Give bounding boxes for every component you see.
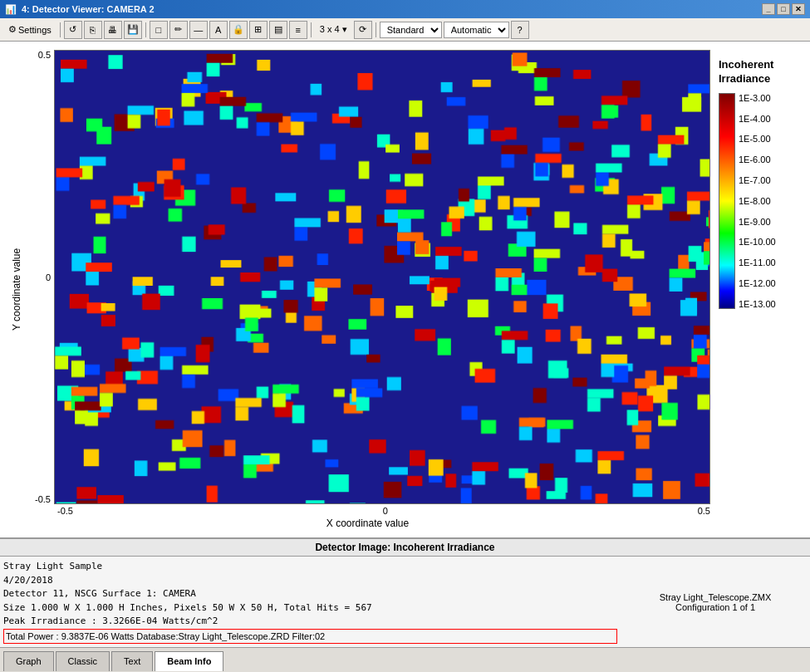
scale-label-4: 1E-6.00 xyxy=(739,155,776,164)
database-filter: Database:Stray Light_Telescope.ZRD Filte… xyxy=(134,631,325,641)
scale-label-3: 1E-5.00 xyxy=(739,134,776,144)
plot-with-axes: 0.5 0 -0.5 -0.5 0 0.5 xyxy=(25,50,710,529)
x-tick-mid: 0 xyxy=(383,506,388,516)
layout-button[interactable]: ▤ xyxy=(269,21,287,39)
toolbar-sep-1 xyxy=(60,22,61,37)
y-tick-mid: 0 xyxy=(46,272,51,282)
tab-graph[interactable]: Graph xyxy=(3,651,54,671)
title-bar: 📊 4: Detector Viewer: CAMERA 2 _ □ ✕ xyxy=(0,0,810,18)
grid-label: 3 x 4 ▾ xyxy=(320,24,347,35)
settings-menu[interactable]: ⚙ Settings xyxy=(3,22,56,37)
scale-label-6: 1E-8.00 xyxy=(739,196,776,206)
minimize-button[interactable]: _ xyxy=(762,3,775,15)
tab-beam-info[interactable]: Beam Info xyxy=(155,651,223,671)
save-button[interactable]: 💾 xyxy=(124,21,142,39)
scale-label-10: 1E-12.00 xyxy=(739,278,776,288)
tabs-bar: Graph Classic Text Beam Info xyxy=(0,647,810,672)
detector-plot xyxy=(55,51,709,503)
total-power-row: Total Power : 9.3837E-06 Watts Database:… xyxy=(3,629,617,645)
main-content: Y coordinate value 0.5 0 -0.5 xyxy=(0,42,810,537)
x-tick-left: -0.5 xyxy=(57,506,73,516)
draw-button[interactable]: ✏ xyxy=(169,21,188,39)
color-scale-bar-container: 1E-3.00 1E-4.00 1E-5.00 1E-6.00 1E-7.00 … xyxy=(719,93,776,309)
window-title: 4: Detector Viewer: CAMERA 2 xyxy=(22,4,155,14)
print-button[interactable]: 🖶 xyxy=(104,21,122,39)
toolbar-sep-4 xyxy=(376,22,376,37)
x-tick-right: 0.5 xyxy=(698,506,710,516)
info-left: Stray Light Sample 4/20/2018 Detector 11… xyxy=(3,560,617,644)
scale-label-1: 1E-3.00 xyxy=(739,93,776,103)
color-scale-title: Incoherent Irradiance xyxy=(719,58,773,86)
settings-icon: ⚙ xyxy=(8,24,17,35)
scale-label-7: 1E-9.00 xyxy=(739,217,776,227)
plot-canvas xyxy=(54,50,710,504)
total-power-label: Total Power : 9.3837E-06 Watts xyxy=(6,631,134,641)
select-button[interactable]: □ xyxy=(150,21,168,39)
standard-dropdown[interactable]: Standard xyxy=(380,22,442,38)
scale-label-5: 1E-7.00 xyxy=(739,175,776,185)
detector-image-title: Detector Image: Incoherent Irradiance xyxy=(0,539,810,557)
toolbar-sep-2 xyxy=(145,22,146,37)
tab-text[interactable]: Text xyxy=(111,651,153,671)
plot-inner: 0.5 0 -0.5 xyxy=(25,50,710,504)
copy-button[interactable]: ⎘ xyxy=(84,21,102,39)
close-button[interactable]: ✕ xyxy=(792,3,805,15)
scale-label-9: 1E-11.00 xyxy=(739,258,776,267)
toolbar-sep-3 xyxy=(311,22,312,37)
maximize-button[interactable]: □ xyxy=(777,3,790,15)
layers-button[interactable]: ≡ xyxy=(289,21,307,39)
text-button[interactable]: A xyxy=(209,21,228,39)
color-scale: Incoherent Irradiance 1E-3.00 1E-4.00 1E… xyxy=(710,50,802,529)
y-axis-label: Y coordinate value xyxy=(8,50,25,529)
line-button[interactable]: — xyxy=(189,21,208,39)
scale-label-11: 1E-13.00 xyxy=(739,299,776,309)
title-bar-icon: 📊 xyxy=(5,4,17,15)
plot-area: Y coordinate value 0.5 0 -0.5 xyxy=(8,50,802,529)
grid-selector[interactable]: 3 x 4 ▾ xyxy=(315,22,352,37)
toolbar: ⚙ Settings ↺ ⎘ 🖶 💾 □ ✏ — A 🔒 ⊞ ▤ ≡ 3 x 4… xyxy=(0,18,810,42)
rotate-button[interactable]: ⟳ xyxy=(354,21,372,39)
y-tick-top: 0.5 xyxy=(38,50,51,60)
settings-label: Settings xyxy=(18,25,52,35)
tab-classic[interactable]: Classic xyxy=(56,651,110,671)
automatic-dropdown[interactable]: Automatic xyxy=(444,22,509,38)
info-text: Stray Light Sample 4/20/2018 Detector 11… xyxy=(3,560,617,629)
bottom-panel: Detector Image: Incoherent Irradiance St… xyxy=(0,537,810,647)
info-right: Stray Light_Telescope.ZMXConfiguration 1… xyxy=(624,560,807,644)
y-tick-bottom: -0.5 xyxy=(35,494,51,504)
info-section: Stray Light Sample 4/20/2018 Detector 11… xyxy=(0,557,810,647)
grid-view-button[interactable]: ⊞ xyxy=(249,21,268,39)
refresh-button[interactable]: ↺ xyxy=(64,21,82,39)
scale-label-8: 1E-10.00 xyxy=(739,237,776,247)
x-ticks: -0.5 0 0.5 xyxy=(25,504,710,516)
lock-button[interactable]: 🔒 xyxy=(229,21,248,39)
y-ticks: 0.5 0 -0.5 xyxy=(25,50,54,504)
color-scale-bar xyxy=(719,93,735,309)
chart-container: Y coordinate value 0.5 0 -0.5 xyxy=(0,42,810,537)
zmx-info: Stray Light_Telescope.ZMXConfiguration 1… xyxy=(660,592,772,612)
scale-label-2: 1E-4.00 xyxy=(739,114,776,124)
help-button[interactable]: ? xyxy=(511,21,529,39)
color-scale-labels: 1E-3.00 1E-4.00 1E-5.00 1E-6.00 1E-7.00 … xyxy=(739,93,776,309)
x-axis-label: X coordinate value xyxy=(25,516,710,529)
